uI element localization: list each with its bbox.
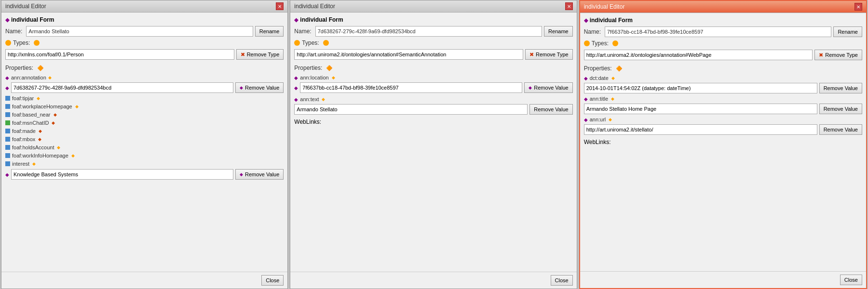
rename-btn-3[interactable]: Rename	[833, 26, 862, 37]
prop-ann-text-2: ◆ ann:text ◆	[294, 96, 572, 103]
prop-label-made: foaf:made	[12, 128, 36, 134]
editor-window-3: individual Editor ✕ ◆ individual Form Na…	[579, 0, 867, 289]
value-input-1[interactable]	[11, 82, 233, 93]
remove-value-btn-text-2[interactable]: Remove Value	[529, 104, 572, 115]
prop-item-workinfohp: foaf:workInfoHomepage ◆	[5, 152, 284, 159]
properties-label-1: Properties:	[5, 65, 33, 71]
prop-icon-interest	[5, 161, 10, 166]
prop-date-label-3: dct:date	[590, 75, 609, 81]
value-input-date-3[interactable]	[584, 83, 817, 93]
types-add-icon-3[interactable]	[612, 40, 618, 46]
close-btn-2[interactable]: ✕	[565, 2, 573, 10]
close-btn-1[interactable]: ✕	[276, 2, 284, 10]
remove-value-btn-date-3[interactable]: Remove Value	[819, 83, 862, 93]
close-footer-btn-2[interactable]: Close	[551, 275, 573, 286]
prop-del-msnchat[interactable]: ◆	[52, 120, 55, 125]
types-icon-2	[294, 40, 300, 46]
prop-loc-diamond-2: ◆	[294, 75, 298, 80]
rename-btn-2[interactable]: Rename	[544, 26, 573, 37]
prop-ann-annotation-1: ◆ ann:annotation ◆	[5, 74, 284, 81]
diamond-icon-3: ◆	[584, 17, 588, 24]
prop-ann-diamond-1: ◆	[5, 75, 9, 80]
properties-label-2: Properties:	[294, 65, 322, 71]
types-label-3: Types:	[592, 40, 609, 47]
type-input-2[interactable]	[294, 49, 523, 60]
prop-add-workinfohp[interactable]: ◆	[71, 153, 75, 158]
prop-icon-workplacehp	[5, 104, 10, 109]
types-header-3: Types:	[584, 40, 862, 47]
prop-text-add-2[interactable]: ◆	[322, 97, 325, 102]
remove-type-icon-1: ✖	[241, 52, 245, 58]
bottom-remove-label-1: Remove Value	[245, 171, 279, 177]
remove-value-btn-title-3[interactable]: Remove Value	[819, 104, 862, 114]
value-input-url-3[interactable]	[584, 124, 817, 135]
value-input-title-3[interactable]	[584, 104, 817, 114]
remove-value-btn-url-3[interactable]: Remove Value	[819, 124, 862, 135]
prop-ann-add-1[interactable]: ◆	[48, 75, 52, 80]
properties-add-icon-2[interactable]: 🔶	[326, 65, 333, 71]
prop-add-tipjar[interactable]: ◆	[37, 96, 40, 101]
prop-item-mbox: foaf:mbox ◆	[5, 136, 284, 143]
type-input-1[interactable]	[5, 49, 234, 60]
prop-title-add-3[interactable]: ◆	[611, 96, 614, 101]
prop-label-workplacehp: foaf:workplaceHomepage	[12, 104, 72, 109]
value-input-loc-2[interactable]	[300, 82, 522, 93]
footer-3: Close	[580, 271, 866, 288]
footer-2: Close	[290, 272, 576, 289]
properties-add-icon-3[interactable]: 🔶	[616, 66, 623, 72]
value-input-text-2[interactable]	[294, 104, 528, 115]
bottom-value-input-1[interactable]	[11, 169, 233, 180]
bottom-remove-btn-1[interactable]: ◆ Remove Value	[235, 169, 284, 180]
prop-del-basednear[interactable]: ◆	[54, 112, 57, 117]
prop-url-label-3: ann:url	[590, 117, 606, 122]
types-row-2: ✖ Remove Type	[294, 49, 572, 60]
prop-del-made[interactable]: ◆	[39, 129, 42, 133]
types-add-icon-1[interactable]	[34, 40, 40, 46]
types-row-1: ✖ Remove Type	[5, 49, 284, 60]
prop-date-add-3[interactable]: ◆	[611, 76, 615, 80]
name-input-2[interactable]	[315, 26, 542, 37]
remove-value-btn-loc-2[interactable]: ◆ Remove Value	[524, 82, 572, 93]
remove-type-btn-2[interactable]: ✖ Remove Type	[525, 49, 573, 60]
prop-url-diamond-3: ◆	[584, 117, 588, 122]
prop-loc-add-2[interactable]: ◆	[332, 75, 335, 80]
prop-item-made: foaf:made ◆	[5, 128, 284, 134]
properties-add-icon-1[interactable]: 🔶	[37, 65, 44, 71]
name-input-3[interactable]	[605, 26, 831, 37]
name-row-3: Name: Rename	[584, 26, 862, 37]
prop-item-holdsaccount: foaf:holdsAccount ◆	[5, 144, 284, 151]
remove-type-btn-1[interactable]: ✖ Remove Type	[236, 49, 284, 60]
remove-type-btn-3[interactable]: ✖ Remove Type	[814, 50, 862, 60]
window-content-3: ◆ individual Form Name: Rename Types: ✖ …	[580, 13, 866, 271]
weblinks-label-3: WebLinks:	[584, 139, 862, 145]
prop-label-interest: interest	[12, 161, 29, 167]
prop-label-tipjar: foaf:tipjar	[12, 95, 34, 101]
title-bar-1: individual Editor ✕	[1, 0, 287, 13]
types-label-2: Types:	[302, 39, 319, 46]
prop-url-add-3[interactable]: ◆	[609, 117, 612, 122]
footer-1: Close	[1, 272, 287, 289]
form-label-3: individual Form	[590, 17, 633, 24]
close-footer-btn-1[interactable]: Close	[261, 275, 284, 286]
properties-header-2: Properties: 🔶	[294, 65, 572, 71]
remove-value-btn-1[interactable]: ◆ Remove Value	[235, 82, 284, 93]
editor-window-2: individual Editor ✕ ◆ individual Form Na…	[290, 0, 577, 289]
prop-add-interest[interactable]: ◆	[32, 161, 36, 166]
type-input-3[interactable]	[584, 50, 813, 60]
rename-btn-1[interactable]: Rename	[255, 26, 284, 37]
remove-type-label-3: Remove Type	[825, 52, 858, 58]
types-add-icon-2[interactable]	[323, 40, 329, 46]
name-input-1[interactable]	[26, 26, 253, 37]
close-btn-3[interactable]: ✕	[854, 3, 862, 11]
prop-date-diamond-3: ◆	[584, 76, 588, 81]
remove-val-label-date-3: Remove Value	[824, 85, 858, 91]
prop-del-mbox[interactable]: ◆	[38, 137, 41, 142]
title-text-1: individual Editor	[5, 3, 46, 10]
prop-add-holdsaccount[interactable]: ◆	[57, 145, 60, 150]
prop-add-workplacehp[interactable]: ◆	[75, 104, 79, 109]
prop-ann-location-2: ◆ ann:location ◆	[294, 74, 572, 81]
close-footer-btn-3[interactable]: Close	[840, 275, 862, 285]
prop-item-msnchat: foaf:msnChatID ◆	[5, 119, 284, 126]
prop-icon-tipjar	[5, 96, 10, 101]
prop-ann-url-3: ◆ ann:url ◆	[584, 116, 862, 123]
